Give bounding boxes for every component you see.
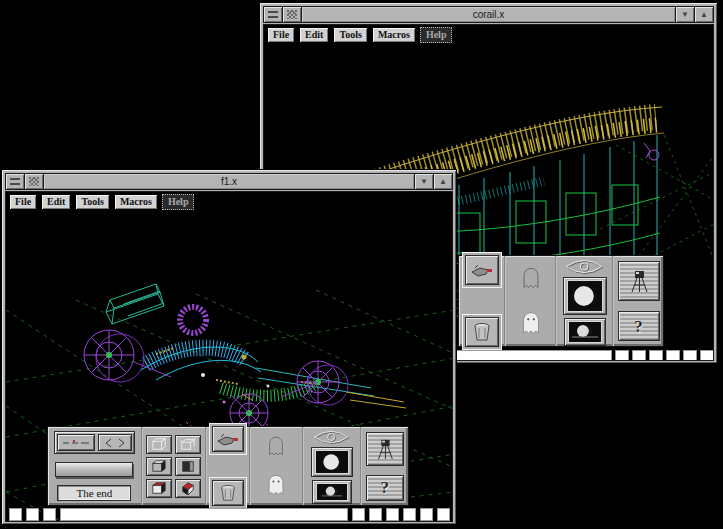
bucket-button[interactable]: [212, 480, 244, 506]
tray-slot[interactable]: [649, 350, 663, 361]
dark-slab-button[interactable]: [175, 457, 201, 476]
titlebar-corail[interactable]: corail.x ▼ ▲: [263, 6, 714, 23]
bucket-icon: [473, 322, 491, 342]
solid-cube-button[interactable]: [146, 457, 172, 476]
the-end-button[interactable]: The end: [57, 485, 131, 501]
progress-slab-button[interactable]: [55, 462, 133, 477]
menu-edit[interactable]: Edit: [299, 27, 329, 43]
window-pattern-button[interactable]: [283, 7, 302, 22]
shaded-sphere-icon: [315, 450, 349, 474]
pattern-icon: [29, 177, 39, 186]
menu-help[interactable]: Help: [420, 27, 453, 43]
desktop: corail.x ▼ ▲ File Edit Tools Macros Help: [0, 0, 723, 529]
menu-file[interactable]: File: [267, 27, 295, 43]
chain-dashes-icon: [61, 438, 91, 448]
tray-slot-wide[interactable]: [60, 508, 348, 521]
menu-macros[interactable]: Macros: [114, 194, 158, 210]
shading-preview-button[interactable]: [311, 447, 353, 477]
red-cube-rotate-button[interactable]: [175, 479, 201, 498]
red-cube-icon: [150, 481, 168, 495]
window-menu-button[interactable]: [264, 7, 283, 22]
wireframe-cube-button[interactable]: [146, 435, 172, 454]
minimize-button[interactable]: ▼: [414, 174, 433, 189]
prev-next-button[interactable]: [98, 434, 132, 451]
tray-slot[interactable]: [352, 508, 365, 521]
shaded-sphere-icon: [567, 280, 603, 312]
question-icon: ?: [381, 479, 390, 496]
airbrush-button[interactable]: [465, 255, 499, 285]
tray-slot[interactable]: [420, 508, 433, 521]
viewport-f1[interactable]: File Edit Tools Macros Help: [5, 191, 453, 522]
tool-tab: [462, 252, 502, 288]
airbrush-button[interactable]: [212, 426, 244, 452]
wireframe-cube-icon: [150, 437, 168, 451]
menu-help[interactable]: Help: [162, 194, 195, 210]
render-scene-icon: [316, 483, 348, 501]
red-cube-rotate-icon: [179, 481, 197, 495]
render-scene-icon: [568, 321, 602, 343]
tray-slot-wide[interactable]: [444, 350, 612, 361]
tool-tray-corail: [444, 349, 714, 361]
camera-tripod-icon: [374, 437, 396, 461]
window-menu-button[interactable]: [6, 174, 25, 189]
menu-file[interactable]: File: [9, 194, 37, 210]
menu-macros[interactable]: Macros: [372, 27, 416, 43]
menubar-f1: File Edit Tools Macros Help: [9, 194, 194, 210]
tray-slot[interactable]: [26, 508, 39, 521]
solid-cube-icon: [150, 459, 168, 473]
help-button[interactable]: ?: [366, 475, 404, 501]
minimize-icon: ▼: [420, 178, 428, 186]
ghost-solid-button[interactable]: [517, 309, 545, 337]
tray-slot[interactable]: [43, 508, 56, 521]
ghost-solid-button[interactable]: [263, 472, 289, 498]
eye-icon[interactable]: [311, 430, 353, 444]
ghost-outline-button[interactable]: [264, 434, 288, 458]
maximize-icon: ▲: [439, 178, 447, 186]
menu-edit[interactable]: Edit: [41, 194, 71, 210]
shading-preview-button[interactable]: [563, 277, 607, 315]
eye-icon[interactable]: [564, 259, 606, 274]
tray-slot[interactable]: [386, 508, 399, 521]
tool-tab: [462, 314, 502, 350]
red-cube-button[interactable]: [146, 479, 172, 498]
prev-next-arrows-icon: [103, 437, 127, 449]
maximize-icon: ▲: [700, 11, 708, 19]
tray-slot[interactable]: [683, 350, 697, 361]
window-menu-icon: [268, 11, 278, 18]
tool-tab: [209, 423, 247, 455]
window-title: corail.x: [302, 7, 675, 22]
tray-slot[interactable]: [700, 350, 714, 361]
titlebar-f1[interactable]: f1.x ▼ ▲: [5, 173, 453, 190]
window-pattern-button[interactable]: [25, 174, 44, 189]
help-button[interactable]: ?: [618, 311, 660, 341]
question-icon: ?: [634, 318, 643, 335]
assistant-palette-f1: The end: [47, 426, 409, 506]
menu-tools[interactable]: Tools: [333, 27, 367, 43]
maximize-button[interactable]: ▲: [694, 7, 713, 22]
tray-slot[interactable]: [615, 350, 629, 361]
tray-slot[interactable]: [632, 350, 646, 361]
minimize-button[interactable]: ▼: [675, 7, 694, 22]
menu-tools[interactable]: Tools: [75, 194, 109, 210]
pattern-icon: [287, 10, 297, 19]
maximize-button[interactable]: ▲: [433, 174, 452, 189]
tray-slot[interactable]: [369, 508, 382, 521]
open-box-button[interactable]: [175, 435, 201, 454]
render-preview-button[interactable]: [564, 318, 606, 346]
assistant-palette-corail: ?: [458, 255, 664, 347]
tray-slot[interactable]: [666, 350, 680, 361]
open-box-icon: [179, 437, 197, 451]
camera-tripod-button[interactable]: [366, 432, 404, 466]
tool-tab: [209, 477, 247, 509]
tray-slot[interactable]: [403, 508, 416, 521]
ghost-outline-button[interactable]: [518, 265, 544, 291]
menubar-corail: File Edit Tools Macros Help: [267, 27, 452, 43]
tray-slot[interactable]: [437, 508, 450, 521]
camera-tripod-button[interactable]: [618, 261, 660, 301]
window-menu-icon: [10, 178, 20, 185]
bucket-button[interactable]: [465, 317, 499, 347]
tray-slot[interactable]: [9, 508, 22, 521]
render-preview-button[interactable]: [312, 480, 352, 504]
airbrush-icon: [469, 262, 495, 278]
chain-dashes-button[interactable]: [57, 434, 95, 451]
